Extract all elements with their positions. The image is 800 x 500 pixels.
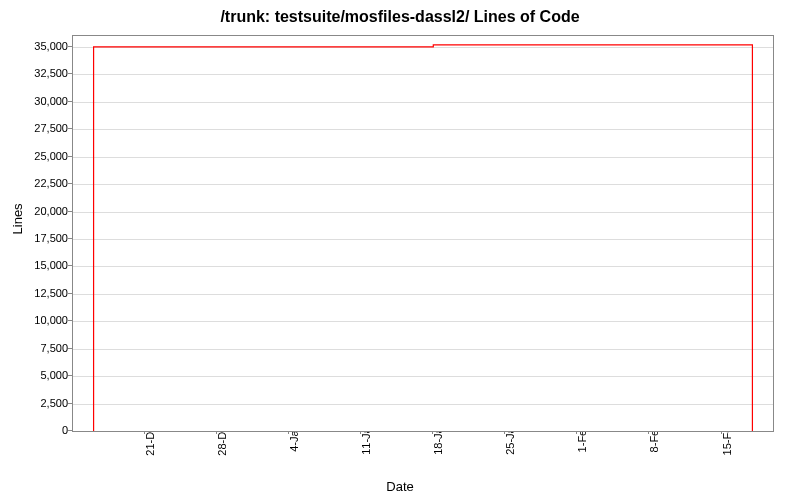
data-line xyxy=(73,36,773,431)
y-tick-label: 22,500 xyxy=(34,177,68,189)
y-tick-label: 20,000 xyxy=(34,205,68,217)
y-tick-label: 25,000 xyxy=(34,150,68,162)
chart-title: /trunk: testsuite/mosfiles-dassl2/ Lines… xyxy=(0,8,800,26)
x-axis-label: Date xyxy=(0,479,800,494)
chart-container: /trunk: testsuite/mosfiles-dassl2/ Lines… xyxy=(0,0,800,500)
y-tick-label: 32,500 xyxy=(34,67,68,79)
y-tick-label: 35,000 xyxy=(34,40,68,52)
y-tick-label: 7,500 xyxy=(40,342,68,354)
y-axis-label: Lines xyxy=(10,203,25,234)
y-tick-label: 27,500 xyxy=(34,122,68,134)
y-tick-label: 10,000 xyxy=(34,314,68,326)
y-tick-label: 15,000 xyxy=(34,259,68,271)
y-tick-label: 2,500 xyxy=(40,397,68,409)
series-line xyxy=(94,45,753,431)
y-tick-label: 30,000 xyxy=(34,95,68,107)
y-tick-label: 5,000 xyxy=(40,369,68,381)
plot-area xyxy=(72,35,774,432)
y-tick-label: 17,500 xyxy=(34,232,68,244)
y-tick-label: 12,500 xyxy=(34,287,68,299)
